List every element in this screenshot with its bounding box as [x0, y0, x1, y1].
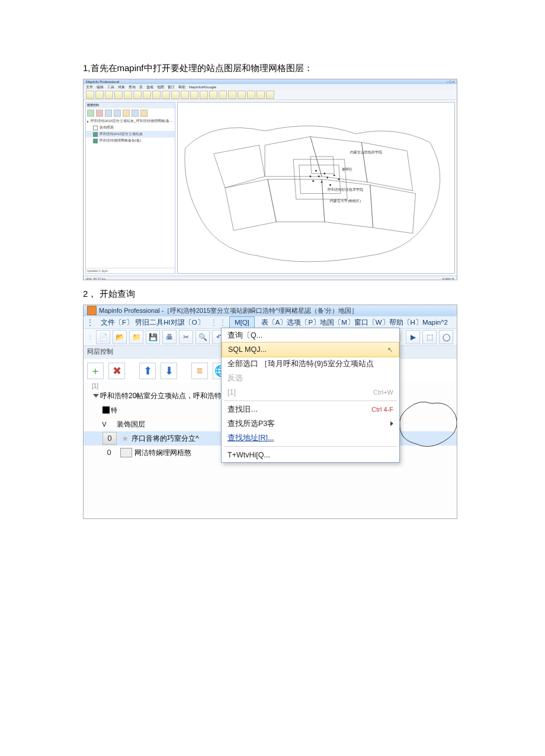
lp-add-icon[interactable]: [87, 110, 94, 117]
layer-label: 序口音将的巧室分立^: [132, 434, 199, 444]
menu-help[interactable]: 帮助: [178, 85, 185, 90]
toolbar-btn[interactable]: [200, 91, 208, 99]
lp-stack-icon[interactable]: [123, 110, 130, 117]
svg-point-4: [334, 174, 335, 176]
layer-panel-head: 图层控制: [86, 102, 175, 108]
toolbar-btn[interactable]: [219, 91, 227, 99]
menu-right[interactable]: 表〔A〕选项〔P〕地国〔M〕窗口〔W〕帮助〔H〕Mapin^2: [258, 316, 451, 328]
layer-row[interactable]: 呼和浩特物理网格备份(备): [86, 137, 175, 144]
menu-item-label: 全部选口 ［琦月呼和浩特(9)5室分立项站点: [227, 358, 374, 369]
checkbox-icon[interactable]: [93, 139, 98, 143]
index-badge: 0: [102, 432, 117, 445]
layer-label: 呼和浩特2015室分立项站点_呼和浩特物理网格(备…: [91, 118, 173, 124]
toolbar-btn[interactable]: [124, 91, 132, 99]
toolbar-btn[interactable]: [257, 91, 265, 99]
status-zoom: 缩放: 80.22 km: [86, 277, 105, 280]
layer-row-selected[interactable]: 呼和浩特2015室分立项站点: [86, 131, 175, 137]
menu-item-query[interactable]: 查询〔Q...: [222, 328, 399, 342]
toolbar-btn[interactable]: [209, 91, 217, 99]
print-icon[interactable]: 🖶: [162, 330, 177, 344]
submenu-arrow-icon: [390, 421, 393, 426]
menu-shortcut: Ctrl+W: [373, 387, 393, 398]
menu-item-label: SQL MQJ...: [228, 344, 267, 355]
menu-query[interactable]: 查询: [129, 85, 136, 90]
menu-item-stats[interactable]: T+WtvHi[Q...: [222, 448, 399, 462]
menubar[interactable]: ⋮ 文件〔F〕 劈旧二具HI对譲〔O〕 ⋮ ⋮ M[Q] 表〔A〕选项〔P〕地国…: [84, 316, 457, 329]
map-label: 内蒙古大学(南校区): [331, 199, 361, 203]
move-down-icon[interactable]: ⬇: [161, 363, 177, 379]
toolbar-btn[interactable]: [114, 91, 123, 99]
menu-item-find-address[interactable]: 查找地址[R]...: [222, 431, 399, 445]
menu-query-active[interactable]: M[Q]: [229, 316, 255, 328]
menu-file[interactable]: 文件: [86, 85, 93, 90]
toolbar-btn[interactable]: [181, 91, 189, 99]
lp-up-icon[interactable]: [105, 110, 112, 117]
open-icon[interactable]: 📂: [113, 330, 127, 344]
svg-point-0: [318, 175, 320, 177]
lp-remove-icon[interactable]: [96, 110, 103, 117]
layer-label: 呼和浩特20帖室分立项站点，呼和浩特: [100, 391, 222, 401]
toolbar-btn[interactable]: [86, 91, 94, 99]
toolbar-btn[interactable]: [247, 91, 255, 99]
checkbox-icon[interactable]: [93, 132, 98, 137]
menu-map[interactable]: 地图: [157, 85, 164, 90]
window-controls[interactable]: – □ ×: [446, 80, 454, 84]
menu-item-label: T+WtvHi[Q...: [227, 450, 270, 460]
menu-item-selectall[interactable]: 全部选口 ［琦月呼和浩特(9)5室分立项站点: [222, 357, 399, 371]
toolbar-btn[interactable]: [171, 91, 179, 99]
menu-tools[interactable]: 工具: [107, 85, 114, 90]
menu-edit[interactable]: 编辑: [97, 85, 104, 90]
menu-google[interactable]: MapInfoMGoogle: [189, 85, 216, 89]
map-label: 内蒙古边防指挥学院: [350, 150, 382, 154]
toolbar-btn[interactable]: [133, 91, 142, 99]
menu-item-sql-selected[interactable]: SQL MQJ... ↖: [222, 342, 399, 357]
menu-item-find[interactable]: 查找旧… Ctrl 4-F: [222, 402, 399, 417]
lp-down-icon[interactable]: [114, 110, 121, 117]
toolbar-btn[interactable]: [228, 91, 236, 99]
toolbar-btn[interactable]: [95, 91, 104, 99]
layer-swatch-icon: [102, 406, 110, 414]
menu-left[interactable]: 文件〔F〕 劈旧二具HI对譲〔O〕: [98, 316, 207, 328]
menu-options[interactable]: 选项: [146, 85, 153, 90]
toolbar-btn[interactable]: [152, 91, 161, 99]
index-num: 0: [102, 447, 116, 459]
menu-table[interactable]: 表: [139, 85, 143, 90]
lp-globe-icon[interactable]: [132, 110, 139, 117]
save-icon[interactable]: 💾: [146, 330, 160, 344]
menu-item-label: 查询〔Q...: [227, 330, 262, 341]
toolbar-btn[interactable]: [266, 91, 274, 99]
collapse-icon[interactable]: [93, 394, 99, 398]
zoom-icon[interactable]: 🔍: [195, 330, 210, 344]
open2-icon[interactable]: 📁: [129, 330, 143, 344]
map-canvas[interactable]: 内蒙古边防指挥学院 赛罕区 呼和浩特职业技术学院 内蒙古大学(南校区): [177, 102, 455, 274]
add-layer-icon[interactable]: ＋: [87, 363, 104, 379]
menu-item-label: 反选: [227, 373, 243, 383]
layer-icon: [120, 448, 132, 457]
layer-row[interactable]: 装饰图层: [86, 124, 175, 131]
menu-object[interactable]: 对象: [118, 85, 125, 90]
app-title: Mapinfo Professional -［呼K|浩特2015室分立项站剧瞬口…: [99, 306, 358, 315]
checkbox-icon[interactable]: [93, 126, 98, 130]
layer-label: 呼和浩特物理网格备份(备): [100, 138, 141, 143]
star-icon[interactable]: ★: [121, 434, 129, 443]
lp-style-icon[interactable]: [140, 110, 148, 117]
menu-item-find-selection[interactable]: 查找所选P3客: [222, 417, 399, 431]
move-up-icon[interactable]: ⬆: [139, 363, 156, 379]
toolbar-btn[interactable]: [162, 91, 170, 99]
svg-point-6: [312, 180, 314, 182]
menu-window[interactable]: 窗口: [168, 85, 175, 90]
menubar[interactable]: 文件 编辑 工具 对象 查询 表 选项 地图 窗口 帮助 MapInfoMGoo…: [84, 84, 457, 90]
toolbar-btn[interactable]: [190, 91, 198, 99]
toolbar-btn[interactable]: [238, 91, 246, 99]
layer-group-row[interactable]: ▸ 呼和浩特2015室分立项站点_呼和浩特物理网格(备…: [86, 118, 175, 124]
toolbar-btn[interactable]: [143, 91, 151, 99]
layer-stack-icon[interactable]: ≡: [191, 363, 208, 379]
pointer-icon[interactable]: ▶: [406, 330, 420, 344]
remove-layer-icon[interactable]: ✖: [108, 363, 125, 379]
cut-icon[interactable]: ✂: [179, 330, 193, 344]
layer-label: 装饰图层: [100, 125, 114, 130]
circle-select-icon[interactable]: ◯: [439, 330, 453, 344]
toolbar-btn[interactable]: [105, 91, 113, 99]
new-icon[interactable]: 📄: [96, 330, 110, 344]
marquee-icon[interactable]: ⬚: [422, 330, 437, 344]
